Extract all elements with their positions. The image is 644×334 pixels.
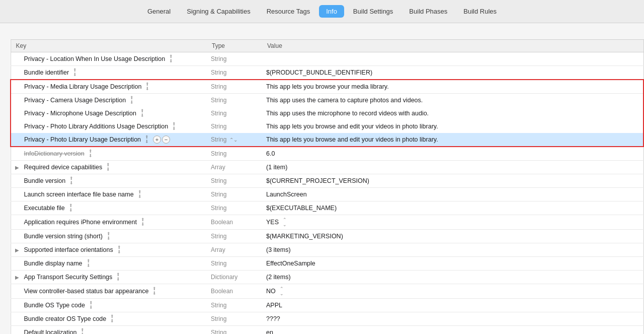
- tab-build-settings[interactable]: Build Settings: [346, 5, 400, 18]
- sort-stepper[interactable]: ⬆⬇: [69, 204, 73, 213]
- type-cell: Dictionary: [207, 271, 262, 284]
- sort-stepper[interactable]: ⬆⬇: [110, 314, 114, 323]
- sort-stepper[interactable]: ⬆⬇: [89, 149, 93, 158]
- key-label: Bundle version: [24, 177, 66, 184]
- tab-resource-tags[interactable]: Resource Tags: [260, 5, 317, 18]
- sort-stepper[interactable]: ⬆⬇: [172, 122, 176, 131]
- table-row: ▶App Transport Security Settings⬆⬇Dictio…: [11, 271, 643, 284]
- tab-info[interactable]: Info: [319, 5, 344, 18]
- key-cell: ▶App Transport Security Settings⬆⬇: [11, 271, 207, 284]
- sort-stepper[interactable]: ⬆⬇: [69, 176, 73, 185]
- sort-stepper[interactable]: ⬆⬇: [106, 163, 110, 172]
- key-cell: View controller-based status bar appeara…: [11, 284, 207, 299]
- value-label: This app uses the camera to capture phot…: [266, 97, 423, 104]
- key-label: Executable file: [24, 205, 65, 212]
- sort-stepper[interactable]: ⬆⬇: [107, 232, 111, 241]
- value-cell: This app lets you browse and edit your v…: [262, 133, 643, 147]
- value-cell: (3 items): [262, 243, 643, 257]
- key-label: Privacy - Photo Library Additions Usage …: [24, 123, 168, 130]
- key-cell: Privacy - Photo Library Usage Descriptio…: [11, 133, 207, 147]
- value-cell: This app uses the camera to capture phot…: [262, 94, 643, 107]
- key-label: Privacy - Media Library Usage Descriptio…: [24, 83, 141, 90]
- type-label: Dictionary: [211, 274, 237, 281]
- table-row: Bundle OS Type code⬆⬇StringAPPL: [11, 299, 643, 312]
- key-cell: Bundle display name⬆⬇: [11, 257, 207, 271]
- type-cell: String: [207, 147, 262, 161]
- tab-signing-and-capabilities[interactable]: Signing & Capabilities: [180, 5, 257, 18]
- row-controls: +−: [153, 136, 170, 144]
- key-label: Default localization: [24, 329, 77, 334]
- table-row: Bundle display name⬆⬇StringEffectOneSamp…: [11, 257, 643, 271]
- tab-build-phases[interactable]: Build Phases: [402, 5, 454, 18]
- sort-stepper[interactable]: ⬆⬇: [140, 109, 144, 118]
- sort-stepper[interactable]: ⬆⬇: [73, 68, 77, 77]
- value-dropdown[interactable]: YES⌃⌄: [266, 217, 639, 227]
- sort-stepper[interactable]: ⬆⬇: [87, 259, 91, 268]
- value-label: This app lets you browse and edit your v…: [266, 136, 438, 143]
- add-row-button[interactable]: +: [153, 136, 161, 144]
- type-dropdown-arrow[interactable]: ⌃⌄: [229, 137, 237, 143]
- col-header-value: Value: [262, 40, 643, 52]
- sort-stepper[interactable]: ⬆⬇: [117, 245, 121, 254]
- key-label: Supported interface orientations: [24, 246, 113, 253]
- key-label: Required device capabilities: [24, 164, 103, 171]
- key-label: View controller-based status bar appeara…: [24, 288, 149, 295]
- type-cell: String: [207, 312, 262, 326]
- value-cell: $(MARKETING_VERSION): [262, 230, 643, 243]
- expand-arrow-icon[interactable]: ▶: [15, 165, 22, 170]
- sort-stepper[interactable]: ⬆⬇: [138, 190, 142, 199]
- expand-arrow-icon[interactable]: ▶: [15, 247, 22, 253]
- value-cell: LaunchScreen: [262, 188, 643, 202]
- type-label: String: [211, 302, 226, 309]
- type-label: Array: [211, 164, 225, 171]
- sort-stepper[interactable]: ⬆⬇: [152, 287, 156, 296]
- key-label: Bundle identifier: [24, 69, 69, 76]
- remove-row-button[interactable]: −: [162, 136, 170, 144]
- col-header-key: Key: [11, 40, 207, 52]
- table-row: View controller-based status bar appeara…: [11, 284, 643, 299]
- table-row: Bundle creator OS Type code⬆⬇String????: [11, 312, 643, 326]
- key-label: App Transport Security Settings: [24, 274, 113, 281]
- key-cell: Launch screen interface file base name⬆⬇: [11, 188, 207, 202]
- sort-stepper[interactable]: ⬆⬇: [141, 218, 145, 227]
- table-row: ▶Supported interface orientations⬆⬇Array…: [11, 243, 643, 257]
- value-dropdown[interactable]: NO⌃⌄: [266, 286, 639, 296]
- type-cell: String: [207, 52, 262, 66]
- sort-stepper[interactable]: ⬆⬇: [145, 135, 149, 144]
- key-label: Bundle display name: [24, 260, 83, 267]
- value-cell: ????: [262, 312, 643, 326]
- type-cell: String: [207, 94, 262, 107]
- expand-arrow-icon[interactable]: ▶: [15, 275, 22, 280]
- tab-build-rules[interactable]: Build Rules: [456, 5, 504, 18]
- value-stepper-icon[interactable]: ⌃⌄: [280, 286, 284, 296]
- sort-stepper[interactable]: ⬆⬇: [80, 328, 85, 334]
- type-label: String: [211, 205, 226, 212]
- type-label: String: [211, 136, 226, 143]
- key-cell: ▶Supported interface orientations⬆⬇: [11, 243, 207, 257]
- type-cell: String: [207, 202, 262, 215]
- key-label: Launch screen interface file base name: [24, 191, 134, 198]
- type-cell: String: [207, 230, 262, 243]
- content-area: Key Type Value Privacy - Location When I…: [0, 23, 644, 334]
- sort-stepper[interactable]: ⬆⬇: [116, 273, 120, 282]
- sort-stepper[interactable]: ⬆⬇: [89, 301, 93, 310]
- sort-stepper[interactable]: ⬆⬇: [130, 96, 134, 105]
- value-stepper-icon[interactable]: ⌃⌄: [283, 217, 287, 227]
- tab-bar: GeneralSigning & CapabilitiesResource Ta…: [0, 0, 644, 23]
- sort-stepper[interactable]: ⬆⬇: [169, 54, 173, 63]
- key-cell: Bundle version string (short)⬆⬇: [11, 230, 207, 243]
- value-cell: APPL: [262, 299, 643, 312]
- value-cell: 6.0: [262, 147, 643, 161]
- value-label: $(CURRENT_PROJECT_VERSION): [266, 177, 369, 184]
- value-cell: This app lets you browse and edit your v…: [262, 120, 643, 133]
- sort-stepper[interactable]: ⬆⬇: [145, 82, 149, 91]
- value-label: $(MARKETING_VERSION): [266, 233, 343, 240]
- value-cell: (2 items): [262, 271, 643, 284]
- tab-general[interactable]: General: [140, 5, 178, 18]
- table-row: Privacy - Location When In Use Usage Des…: [11, 52, 643, 66]
- key-label: Application requires iPhone environment: [24, 219, 137, 226]
- value-label: This app lets you browse and edit your v…: [266, 123, 438, 130]
- type-cell: Array: [207, 161, 262, 174]
- type-label: Array: [211, 246, 225, 253]
- value-label: (3 items): [266, 246, 291, 253]
